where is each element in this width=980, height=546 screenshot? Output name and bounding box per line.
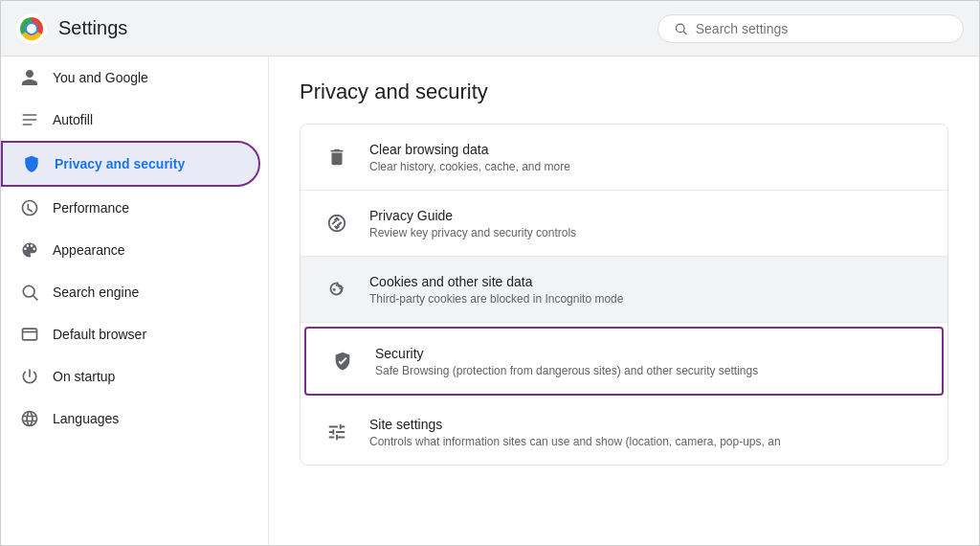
sidebar-label-autofill: Autofill	[53, 112, 93, 127]
svg-line-9	[33, 296, 38, 301]
settings-item-cookies[interactable]: Cookies and other site data Third-party …	[301, 257, 947, 323]
sidebar-item-appearance[interactable]: Appearance	[1, 229, 260, 271]
security-desc: Safe Browsing (protection from dangerous…	[375, 364, 923, 377]
shield-icon	[22, 154, 41, 173]
sidebar-label-appearance: Appearance	[53, 242, 125, 258]
sidebar-item-search-engine[interactable]: Search engine	[1, 271, 260, 313]
clear-browsing-data-text: Clear browsing data Clear history, cooki…	[369, 142, 928, 173]
sidebar-item-autofill[interactable]: Autofill	[1, 99, 260, 141]
chrome-logo-icon	[16, 13, 47, 44]
site-settings-title: Site settings	[369, 417, 928, 432]
power-icon	[20, 367, 39, 386]
list-icon	[20, 110, 39, 129]
svg-point-3	[676, 24, 684, 33]
settings-list: Clear browsing data Clear history, cooki…	[300, 124, 948, 466]
cookies-title: Cookies and other site data	[369, 274, 928, 289]
sliders-icon	[320, 415, 354, 449]
content-area: Privacy and security Clear browsing data…	[269, 57, 979, 545]
sidebar-item-privacy-and-security[interactable]: Privacy and security	[1, 141, 260, 187]
settings-item-clear-browsing-data[interactable]: Clear browsing data Clear history, cooki…	[301, 125, 947, 191]
svg-rect-6	[23, 119, 37, 121]
main-content: You and Google Autofill Privacy and secu…	[1, 57, 979, 545]
topbar: Settings	[1, 1, 979, 57]
section-title: Privacy and security	[300, 80, 948, 104]
trash-icon	[320, 140, 354, 174]
sidebar-label-you-and-google: You and Google	[53, 70, 148, 85]
settings-item-security[interactable]: Security Safe Browsing (protection from …	[304, 327, 944, 396]
search-icon	[674, 21, 688, 36]
cookie-icon	[320, 272, 354, 307]
sidebar-label-languages: Languages	[53, 411, 119, 426]
security-text: Security Safe Browsing (protection from …	[375, 346, 923, 377]
settings-item-site-settings[interactable]: Site settings Controls what information …	[301, 399, 947, 465]
sidebar-label-on-startup: On startup	[53, 369, 115, 384]
sidebar-label-performance: Performance	[53, 200, 129, 216]
clear-browsing-data-title: Clear browsing data	[369, 142, 928, 157]
svg-point-8	[23, 285, 34, 297]
svg-rect-5	[23, 114, 37, 116]
sidebar-item-you-and-google[interactable]: You and Google	[1, 57, 260, 99]
sidebar-label-search-engine: Search engine	[53, 284, 139, 300]
page-title: Settings	[58, 17, 127, 39]
security-title: Security	[375, 346, 923, 361]
sidebar-item-default-browser[interactable]: Default browser	[1, 313, 260, 355]
settings-item-privacy-guide[interactable]: Privacy Guide Review key privacy and sec…	[301, 191, 947, 257]
sidebar-label-default-browser: Default browser	[53, 327, 146, 342]
browser-icon	[20, 325, 39, 344]
cookies-text: Cookies and other site data Third-party …	[369, 274, 928, 306]
svg-point-2	[27, 24, 36, 34]
search-input[interactable]	[696, 21, 947, 36]
person-icon	[20, 68, 39, 87]
privacy-guide-title: Privacy Guide	[369, 208, 928, 223]
globe-icon	[20, 409, 39, 428]
security-shield-icon	[325, 344, 360, 378]
sidebar-item-languages[interactable]: Languages	[1, 398, 260, 440]
gauge-icon	[20, 198, 39, 217]
sidebar-item-on-startup[interactable]: On startup	[1, 355, 260, 398]
privacy-guide-text: Privacy Guide Review key privacy and sec…	[369, 208, 928, 239]
search-bar[interactable]	[657, 14, 964, 43]
sidebar-item-performance[interactable]: Performance	[1, 187, 260, 229]
privacy-guide-desc: Review key privacy and security controls	[369, 226, 928, 239]
sidebar: You and Google Autofill Privacy and secu…	[1, 57, 269, 545]
sidebar-label-privacy-and-security: Privacy and security	[55, 156, 185, 171]
palette-icon	[20, 240, 39, 260]
search-nav-icon	[20, 283, 39, 302]
site-settings-desc: Controls what information sites can use …	[369, 435, 928, 448]
svg-rect-7	[23, 124, 33, 125]
compass-icon	[320, 206, 354, 240]
site-settings-text: Site settings Controls what information …	[369, 417, 928, 448]
svg-line-4	[683, 31, 686, 34]
cookies-desc: Third-party cookies are blocked in Incog…	[369, 292, 928, 306]
svg-rect-10	[23, 329, 37, 340]
clear-browsing-data-desc: Clear history, cookies, cache, and more	[369, 160, 928, 173]
